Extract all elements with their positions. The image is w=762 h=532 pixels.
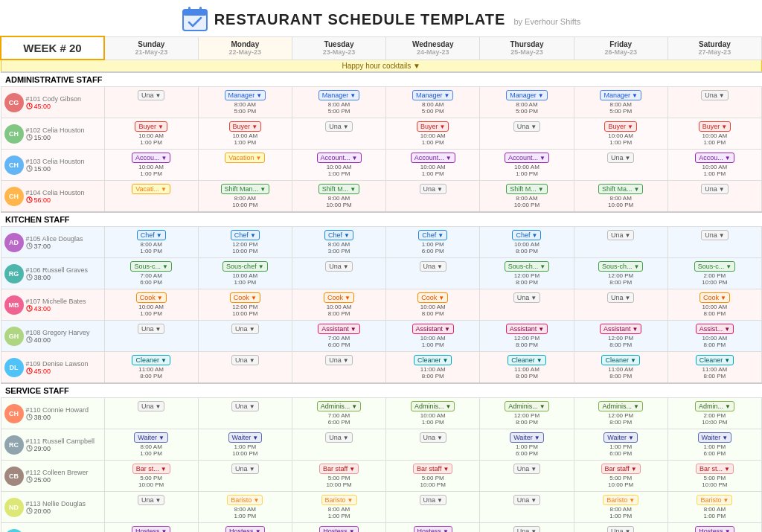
shift-role-btn[interactable]: Cleaner▼ — [508, 355, 545, 365]
shift-role-btn[interactable]: Buyer▼ — [135, 121, 167, 132]
shift-role-btn[interactable]: Account...▼ — [505, 153, 549, 163]
shift-role-btn[interactable]: Cleaner▼ — [414, 355, 452, 365]
shift-role-btn[interactable]: Vacati...▼ — [132, 184, 170, 194]
shift-role-btn[interactable]: Sous-ch...▼ — [505, 261, 549, 272]
shift-role-btn[interactable]: Una▼ — [231, 324, 258, 334]
shift-role-btn[interactable]: Chef▼ — [137, 230, 166, 240]
shift-role-btn[interactable]: Adminis...▼ — [411, 401, 455, 411]
shift-role-btn[interactable]: Cook▼ — [417, 292, 448, 303]
shift-role-btn[interactable]: Cleaner▼ — [696, 355, 734, 365]
shift-role-btn[interactable]: Bar staff▼ — [413, 464, 452, 474]
shift-role-btn[interactable]: Baristo▼ — [697, 495, 732, 505]
shift-role-btn[interactable]: Una▼ — [513, 121, 540, 132]
shift-role-btn[interactable]: Shift Man...▼ — [221, 184, 269, 194]
shift-role-btn[interactable]: Chef▼ — [324, 230, 353, 240]
shift-role-btn[interactable]: Manager▼ — [600, 90, 641, 100]
shift-role-btn[interactable]: Baristo▼ — [227, 495, 263, 505]
shift-role-btn[interactable]: Hostess▼ — [414, 526, 452, 532]
shift-role-btn[interactable]: Una▼ — [231, 355, 258, 365]
shift-role-btn[interactable]: Accou...▼ — [132, 153, 170, 163]
shift-role-btn[interactable]: Account...▼ — [317, 153, 362, 163]
shift-role-btn[interactable]: Assistant▼ — [412, 324, 454, 334]
shift-role-btn[interactable]: Bar st...▼ — [696, 464, 734, 474]
shift-role-btn[interactable]: Adminis...▼ — [598, 401, 642, 411]
shift-role-btn[interactable]: Manager▼ — [225, 90, 266, 100]
shift-role-btn[interactable]: Una▼ — [420, 495, 446, 505]
shift-role-btn[interactable]: Hostess▼ — [225, 526, 264, 532]
shift-role-btn[interactable]: Una▼ — [513, 526, 540, 532]
shift-role-btn[interactable]: Vacation▼ — [225, 153, 265, 163]
shift-role-btn[interactable]: Sous-c...▼ — [130, 261, 171, 272]
shift-role-btn[interactable]: Manager▼ — [506, 90, 547, 100]
shift-role-btn[interactable]: Buyer▼ — [229, 121, 261, 132]
shift-role-btn[interactable]: Account...▼ — [411, 153, 455, 163]
shift-role-btn[interactable]: Cook▼ — [136, 292, 167, 303]
shift-role-btn[interactable]: Accou...▼ — [695, 153, 734, 163]
shift-role-btn[interactable]: Una▼ — [607, 526, 634, 532]
shift-role-btn[interactable]: Una▼ — [325, 355, 352, 365]
shift-role-btn[interactable]: Sous-chef▼ — [222, 261, 267, 272]
shift-role-btn[interactable]: Una▼ — [138, 401, 164, 411]
shift-role-btn[interactable]: Baristo▼ — [321, 495, 357, 505]
shift-role-btn[interactable]: Una▼ — [607, 292, 634, 303]
shift-role-btn[interactable]: Bar st...▼ — [132, 464, 170, 474]
shift-role-btn[interactable]: Buyer▼ — [604, 121, 636, 132]
shift-role-btn[interactable]: Buyer▼ — [699, 121, 731, 132]
shift-role-btn[interactable]: Hostess▼ — [319, 526, 358, 532]
shift-role-btn[interactable]: Una▼ — [420, 432, 446, 443]
happy-hour-bar[interactable]: Happy hour cocktails ▼ — [1, 60, 762, 72]
shift-role-btn[interactable]: Shift M...▼ — [318, 184, 359, 194]
shift-role-btn[interactable]: Shift M...▼ — [506, 184, 547, 194]
shift-role-btn[interactable]: Adminis...▼ — [317, 401, 361, 411]
shift-role-btn[interactable]: Cook▼ — [324, 292, 354, 303]
shift-role-btn[interactable]: Adminis...▼ — [505, 401, 548, 411]
shift-role-btn[interactable]: Waiter▼ — [698, 432, 732, 443]
shift-role-btn[interactable]: Assistant▼ — [506, 324, 548, 334]
shift-role-btn[interactable]: Bar staff▼ — [319, 464, 359, 474]
shift-role-btn[interactable]: Assistant▼ — [600, 324, 641, 334]
shift-role-btn[interactable]: Assist...▼ — [696, 324, 734, 334]
page-title: RESTAURANT SCHEDULE TEMPLATE — [214, 11, 506, 28]
shift-role-btn[interactable]: Sous-ch...▼ — [598, 261, 643, 272]
shift-role-btn[interactable]: Manager▼ — [318, 90, 359, 100]
shift-role-btn[interactable]: Hostess▼ — [132, 526, 170, 532]
shift-role-btn[interactable]: Una▼ — [513, 495, 540, 505]
shift-role-btn[interactable]: Una▼ — [420, 184, 446, 194]
shift-role-btn[interactable]: Assistant▼ — [318, 324, 359, 334]
shift-role-btn[interactable]: Shift Ma...▼ — [598, 184, 643, 194]
shift-role-btn[interactable]: Chef▼ — [231, 230, 260, 240]
shift-role-btn[interactable]: Cleaner▼ — [601, 355, 639, 365]
shift-role-btn[interactable]: Una▼ — [607, 153, 634, 163]
shift-role-btn[interactable]: Una▼ — [231, 464, 258, 474]
shift-role-btn[interactable]: Admin...▼ — [695, 401, 734, 411]
shift-role-btn[interactable]: Cook▼ — [230, 292, 260, 303]
shift-role-btn[interactable]: Una▼ — [325, 261, 352, 272]
shift-role-btn[interactable]: Una▼ — [138, 90, 164, 100]
shift-role-btn[interactable]: Chef▼ — [512, 230, 541, 240]
shift-role-btn[interactable]: Una▼ — [325, 432, 352, 443]
shift-role-btn[interactable]: Una▼ — [513, 464, 540, 474]
shift-role-btn[interactable]: Waiter▼ — [228, 432, 263, 443]
shift-role-btn[interactable]: Waiter▼ — [603, 432, 638, 443]
shift-role-btn[interactable]: Una▼ — [231, 401, 258, 411]
shift-role-btn[interactable]: Bar staff▼ — [601, 464, 641, 474]
shift-role-btn[interactable]: Waiter▼ — [510, 432, 544, 443]
shift-role-btn[interactable]: Sous-c...▼ — [694, 261, 735, 272]
shift-role-btn[interactable]: Una▼ — [607, 230, 634, 240]
shift-role-btn[interactable]: Una▼ — [701, 90, 728, 100]
shift-role-btn[interactable]: Hostess▼ — [695, 526, 734, 532]
shift-role-btn[interactable]: Una▼ — [701, 230, 728, 240]
shift-role-btn[interactable]: Una▼ — [138, 495, 164, 505]
shift-role-btn[interactable]: Una▼ — [325, 121, 352, 132]
shift-role-btn[interactable]: Cook▼ — [699, 292, 730, 303]
shift-role-btn[interactable]: Una▼ — [138, 324, 164, 334]
shift-role-btn[interactable]: Buyer▼ — [417, 121, 449, 132]
shift-role-btn[interactable]: Una▼ — [420, 261, 446, 272]
shift-role-btn[interactable]: Baristo▼ — [603, 495, 638, 505]
shift-role-btn[interactable]: Manager▼ — [412, 90, 453, 100]
shift-role-btn[interactable]: Una▼ — [701, 184, 728, 194]
shift-role-btn[interactable]: Cleaner▼ — [132, 355, 170, 365]
shift-role-btn[interactable]: Una▼ — [513, 292, 540, 303]
shift-role-btn[interactable]: Waiter▼ — [134, 432, 168, 443]
shift-role-btn[interactable]: Chef▼ — [418, 230, 447, 240]
